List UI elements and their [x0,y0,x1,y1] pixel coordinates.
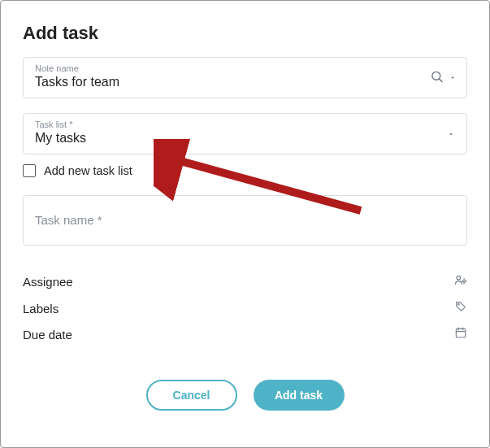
svg-point-3 [463,281,466,283]
task-list-value: My tasks [35,131,457,146]
task-name-input[interactable] [35,213,455,227]
svg-line-1 [440,79,442,81]
add-new-task-list-checkbox[interactable] [23,164,36,177]
assignee-icon [453,273,467,290]
task-name-field[interactable] [23,195,467,246]
due-date-label: Due date [23,328,72,341]
cancel-button[interactable]: Cancel [146,380,237,411]
button-row: Cancel Add task [23,380,467,411]
task-list-field[interactable]: Task list * My tasks [23,113,467,154]
note-name-input[interactable] [35,75,457,89]
svg-point-2 [457,276,461,280]
add-task-modal: Add task Note name Task list * My tasks … [0,0,490,448]
assignee-row[interactable]: Assignee [23,268,467,295]
note-name-actions [430,69,457,86]
labels-row[interactable]: Labels [23,295,467,321]
modal-title: Add task [23,23,467,44]
due-date-row[interactable]: Due date [23,321,467,347]
labels-label: Labels [23,302,59,315]
assignee-label: Assignee [23,275,73,289]
add-task-button[interactable]: Add task [254,380,345,411]
svg-rect-9 [456,328,465,337]
tag-icon [454,300,467,316]
svg-point-8 [457,303,459,305]
calendar-icon [454,326,467,342]
add-new-task-list-row[interactable]: Add new task list [23,164,467,177]
chevron-down-icon[interactable] [447,127,455,141]
add-new-task-list-label: Add new task list [44,164,132,177]
chevron-down-icon[interactable] [449,71,457,85]
note-name-label: Note name [35,63,457,73]
search-icon[interactable] [430,69,444,86]
task-list-label: Task list * [35,120,457,129]
note-name-field[interactable]: Note name [23,57,467,98]
